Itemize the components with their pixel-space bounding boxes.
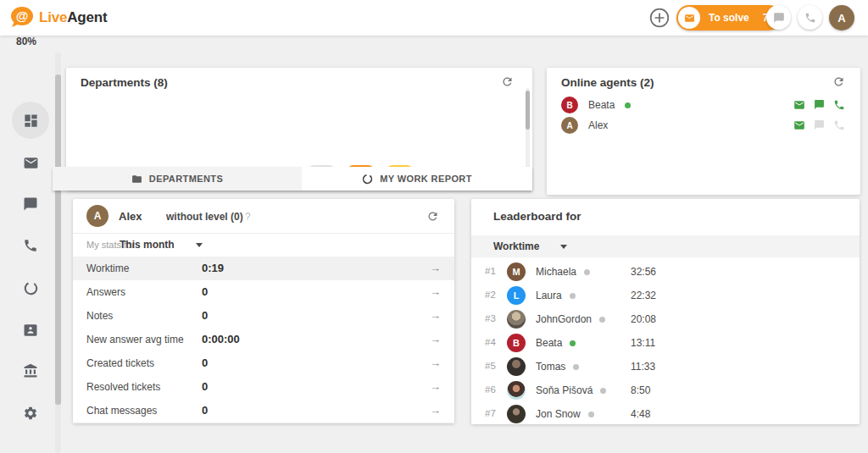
stat-row[interactable]: Answers 0 → (73, 280, 454, 305)
contact-card-icon (23, 323, 38, 338)
stat-row[interactable]: Created tickets 0 → (73, 351, 454, 376)
arrow-right-icon[interactable]: → (430, 356, 441, 369)
leaderboard-row[interactable]: #2 L Laura 22:32 (471, 284, 860, 307)
agent-name: Alex (119, 210, 142, 223)
sidebar-item-settings[interactable] (12, 395, 49, 432)
chat-icon (773, 12, 785, 24)
metric-select[interactable]: Worktime (493, 240, 539, 252)
user-avatar[interactable]: A (829, 5, 854, 30)
work-report-header: A Alex without level (0) ? (73, 199, 454, 234)
leaderboard-row[interactable]: #1 M Michaela 32:56 (471, 260, 860, 284)
sidebar-item-calls[interactable] (12, 227, 49, 264)
to-solve-label: To solve (709, 12, 749, 24)
main-scrollbar-thumb[interactable] (55, 75, 61, 405)
sidebar-item-work-report[interactable] (12, 269, 49, 307)
period-select[interactable]: This month (120, 239, 175, 251)
tab-departments[interactable]: DEPARTMENTS (53, 167, 302, 191)
stat-row[interactable]: Worktime 0:19 → (73, 257, 454, 281)
plus-circle-icon (648, 7, 670, 29)
worktime-value: 13:11 (631, 337, 655, 349)
mail-action-button[interactable] (793, 99, 805, 111)
sidebar-item-tickets[interactable] (12, 144, 49, 181)
stat-value: 0:00:00 (202, 333, 240, 345)
tab-my-work-report[interactable]: MY WORK REPORT (302, 167, 532, 191)
sidebar-item-chats[interactable] (12, 185, 49, 223)
chat-action-button[interactable] (814, 119, 825, 131)
status-dot (573, 364, 579, 370)
panel-scrollbar-thumb[interactable] (526, 91, 530, 130)
worktime-value: 11:33 (631, 361, 655, 373)
leaderboard-row[interactable]: #5 Tomas 11:33 (471, 355, 860, 378)
help-icon[interactable]: ? (245, 211, 251, 223)
leaderboard-row[interactable]: #6 Soňa Pišová 8:50 (471, 378, 860, 402)
sidebar-item-dashboard[interactable] (12, 102, 49, 139)
chat-icon (814, 119, 825, 130)
leaderboard-row[interactable]: #3 JohnGordon 20:08 (471, 307, 860, 331)
stat-row[interactable]: Chat messages 0 → (73, 399, 454, 423)
refresh-button[interactable] (832, 75, 845, 88)
call-action-button[interactable] (833, 99, 845, 111)
worktime-value: 22:32 (631, 290, 656, 301)
arrow-right-icon[interactable]: → (430, 380, 441, 393)
sidebar-item-billing[interactable] (12, 352, 49, 389)
call-action-button[interactable] (833, 119, 845, 131)
workload-percent: 80% (0, 36, 53, 47)
rank-label: #7 (485, 408, 496, 418)
agent-name: Beata (588, 99, 615, 111)
stat-row[interactable]: Notes 0 → (73, 304, 454, 329)
leaderboard-row[interactable]: #7 Jon Snow 4:48 (471, 402, 860, 424)
departments-title: Departments (8) (81, 76, 168, 89)
status-dot (570, 293, 576, 299)
liveagent-logo[interactable]: @ LiveAgent (8, 6, 107, 29)
agent-avatar: M (507, 262, 526, 281)
agent-name: Alex (588, 119, 608, 131)
work-report-panel: A Alex without level (0) ? My stats for … (73, 199, 454, 423)
stat-row[interactable]: New answer avg time 0:00:00 → (73, 328, 454, 352)
agent-name: Laura (536, 290, 562, 301)
worktime-value: 8:50 (631, 384, 650, 396)
header-chats-button[interactable] (766, 5, 791, 30)
sidebar-item-contacts[interactable] (12, 312, 49, 349)
arrow-right-icon[interactable]: → (430, 404, 441, 417)
panel-scrollbar[interactable] (526, 88, 530, 169)
refresh-icon (426, 210, 439, 223)
agent-name: Michaela (536, 266, 576, 278)
agent-name: Tomas (536, 361, 565, 373)
chevron-down-icon[interactable] (560, 245, 567, 249)
arrow-right-icon[interactable]: → (430, 309, 441, 322)
add-new-button[interactable] (648, 6, 671, 30)
phone-icon (833, 119, 845, 131)
agent-avatar-photo (507, 357, 526, 376)
chevron-down-icon[interactable] (196, 243, 203, 247)
chat-icon (23, 196, 38, 212)
arrow-right-icon[interactable]: → (430, 333, 441, 345)
agent-name: Jon Snow (536, 408, 581, 420)
status-dot (584, 269, 590, 275)
rank-label: #6 (485, 384, 496, 395)
main-scrollbar[interactable] (55, 52, 61, 453)
agent-row[interactable]: A Alex (547, 115, 860, 135)
chat-action-button[interactable] (814, 99, 825, 111)
top-header: @ LiveAgent To solve 7 (0, 0, 868, 36)
stat-label: Worktime (86, 262, 129, 274)
refresh-button[interactable] (426, 210, 439, 223)
stat-label: Created tickets (86, 357, 154, 369)
arrow-right-icon[interactable]: → (430, 285, 441, 298)
bank-icon (23, 363, 38, 378)
refresh-icon (832, 75, 845, 88)
stat-label: Chat messages (86, 405, 157, 417)
mail-action-button[interactable] (793, 119, 805, 131)
tab-label: MY WORK REPORT (380, 174, 472, 184)
arrow-right-icon[interactable]: → (430, 262, 441, 274)
agent-avatar-photo (507, 405, 526, 423)
stat-label: New answer avg time (86, 334, 184, 345)
agent-avatar-photo (507, 310, 526, 329)
header-calls-button[interactable] (798, 5, 822, 30)
agent-row[interactable]: B Beata (547, 95, 860, 115)
stat-label: Notes (86, 310, 113, 322)
stat-value: 0 (202, 356, 208, 369)
refresh-button[interactable] (501, 75, 514, 88)
stat-label: Resolved tickets (86, 381, 160, 393)
leaderboard-row[interactable]: #4 B Beata 13:11 (471, 331, 860, 355)
stat-row[interactable]: Resolved tickets 0 → (73, 375, 454, 400)
